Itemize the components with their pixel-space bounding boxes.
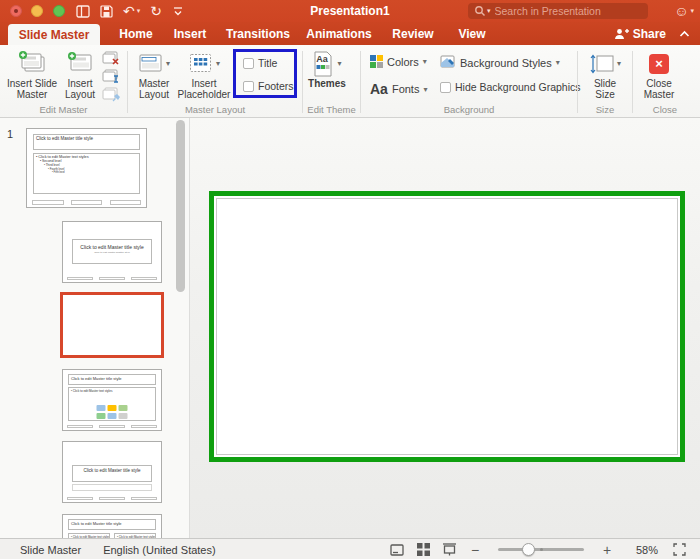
- feedback-caret-icon[interactable]: ▾: [690, 7, 694, 15]
- normal-view-icon[interactable]: [384, 539, 410, 559]
- colors-icon: [370, 55, 383, 68]
- slide-size-caret-icon: ▾: [617, 59, 621, 70]
- master-layout-icon: [138, 53, 164, 75]
- slide-size-button[interactable]: ▾ Slide Size: [582, 49, 628, 100]
- fonts-caret-icon: ▾: [423, 85, 427, 94]
- share-button[interactable]: Share: [614, 22, 666, 45]
- insert-layout-button[interactable]: Insert Layout: [60, 49, 100, 100]
- blue-annotation-box: Title Footers: [233, 49, 297, 98]
- thumbnail-selected-layout[interactable]: [60, 292, 164, 358]
- tab-slide-master[interactable]: Slide Master: [8, 24, 100, 45]
- zoom-slider-knob[interactable]: [522, 543, 535, 556]
- hide-background-graphics-checkbox[interactable]: [440, 82, 451, 93]
- thumbnail-title-and-content-layout[interactable]: Click to edit Master title style Click t…: [62, 369, 162, 431]
- group-label-background: Background: [361, 104, 577, 115]
- insert-placeholder-caret-icon: ▾: [216, 59, 220, 70]
- insert-slide-master-icon: [17, 49, 47, 79]
- thumbnail-slide-master[interactable]: Click to edit Master title style Click t…: [26, 128, 147, 208]
- undo-caret-icon[interactable]: ▾: [137, 7, 141, 15]
- colors-caret-icon: ▾: [423, 57, 427, 66]
- fonts-button[interactable]: Aa Fonts ▾: [370, 81, 427, 97]
- tab-insert[interactable]: Insert: [166, 22, 214, 45]
- close-window-button[interactable]: [10, 5, 22, 17]
- master-layout-caret-icon: ▾: [166, 59, 170, 70]
- undo-button[interactable]: ↶ ▾: [123, 0, 140, 22]
- zoom-out-button[interactable]: −: [462, 539, 488, 559]
- themes-button[interactable]: Aa ▾ Themes: [303, 49, 351, 90]
- group-label-edit-theme: Edit Theme: [303, 104, 360, 115]
- tab-home[interactable]: Home: [112, 22, 160, 45]
- powerpoint-window: ↶ ▾ ↻ Presentation1 ▾ ☺ ▾ Slide Master H…: [0, 0, 700, 559]
- toolbar-more-icon[interactable]: [172, 0, 184, 22]
- tab-review[interactable]: Review: [388, 22, 438, 45]
- new-slide-icon[interactable]: [76, 0, 90, 22]
- zoom-in-button[interactable]: +: [594, 539, 620, 559]
- preserve-master-icon[interactable]: [100, 86, 122, 102]
- background-styles-caret-icon: ▾: [556, 58, 560, 67]
- title-bar: ↶ ▾ ↻ Presentation1 ▾ ☺ ▾: [0, 0, 700, 22]
- status-bar: Slide Master English (United States) − +…: [0, 538, 700, 559]
- zoom-window-button[interactable]: [53, 5, 65, 17]
- ribbon-tabs: Slide Master Home Insert Transitions Ani…: [0, 22, 700, 45]
- slide-size-icon: [589, 53, 615, 75]
- title-checkbox-row[interactable]: Title: [243, 57, 277, 69]
- search-input[interactable]: [495, 5, 642, 17]
- search-icon: [474, 5, 486, 17]
- status-view-label[interactable]: Slide Master: [20, 544, 81, 556]
- fit-slide-to-window-icon[interactable]: [666, 539, 692, 559]
- thumbnail-scrollbar[interactable]: [176, 120, 185, 292]
- colors-button[interactable]: Colors ▾: [370, 55, 427, 68]
- svg-text:Aa: Aa: [317, 54, 329, 64]
- save-icon[interactable]: [100, 0, 113, 22]
- tab-transitions[interactable]: Transitions: [222, 22, 294, 45]
- slide-canvas[interactable]: [216, 198, 678, 455]
- slide-sorter-view-icon[interactable]: [410, 539, 436, 559]
- redo-button[interactable]: ↻: [150, 0, 162, 22]
- group-label-master-layout: Master Layout: [128, 104, 302, 115]
- zoom-percentage[interactable]: 58%: [620, 544, 658, 556]
- thumbnail-section-header-layout[interactable]: Click to edit Master title style: [62, 441, 162, 503]
- themes-caret-icon: ▾: [337, 59, 341, 70]
- zoom-slider[interactable]: [498, 548, 584, 551]
- content-placeholder-icons: [96, 405, 127, 419]
- close-master-button[interactable]: × Close Master: [636, 49, 682, 100]
- delete-slide-icon[interactable]: [100, 50, 122, 66]
- background-styles-button[interactable]: Background Styles ▾: [440, 55, 560, 70]
- search-scope-caret-icon[interactable]: ▾: [487, 7, 491, 15]
- minimize-window-button[interactable]: [31, 5, 43, 17]
- title-checkbox[interactable]: [243, 58, 254, 69]
- ribbon: Insert Slide Master Insert Layout Edit M…: [0, 45, 700, 118]
- group-label-size: Size: [578, 104, 632, 115]
- group-label-close: Close: [633, 104, 697, 115]
- insert-layout-icon: [66, 49, 94, 79]
- rename-slide-icon[interactable]: [100, 68, 122, 84]
- slide-thumbnail-panel: 1 Click to edit Master title style Click…: [0, 118, 190, 538]
- hide-background-graphics-row[interactable]: Hide Background Graphics: [440, 81, 580, 93]
- insert-slide-master-button[interactable]: Insert Slide Master: [4, 49, 60, 100]
- fonts-icon: Aa: [370, 81, 388, 97]
- footers-checkbox-row[interactable]: Footers: [243, 80, 294, 92]
- background-styles-icon: [440, 55, 456, 70]
- slideshow-view-icon[interactable]: [436, 539, 462, 559]
- thumbnail-title-slide-layout[interactable]: Click to edit Master title style Click t…: [62, 221, 162, 283]
- green-annotation-box: [209, 191, 685, 462]
- group-label-edit-master: Edit Master: [0, 104, 127, 115]
- slide-editing-area[interactable]: [190, 118, 700, 538]
- master-layout-button[interactable]: ▾ Master Layout: [131, 49, 177, 100]
- themes-icon: Aa: [312, 51, 334, 77]
- status-language[interactable]: English (United States): [103, 544, 216, 556]
- insert-placeholder-icon: [188, 53, 214, 75]
- slide-number: 1: [7, 128, 13, 140]
- tab-animations[interactable]: Animations: [302, 22, 376, 45]
- footers-checkbox[interactable]: [243, 81, 254, 92]
- close-master-icon: ×: [649, 54, 669, 74]
- search-box[interactable]: ▾: [468, 3, 648, 19]
- tab-view[interactable]: View: [452, 22, 492, 45]
- feedback-smiley-icon[interactable]: ☺: [674, 3, 688, 19]
- share-person-icon: [614, 28, 629, 40]
- quick-access-toolbar: ↶ ▾ ↻: [76, 0, 184, 22]
- thumbnail-two-content-layout[interactable]: Click to edit Master title style Click t…: [62, 514, 162, 538]
- insert-placeholder-button[interactable]: ▾ Insert Placeholder: [178, 49, 230, 100]
- collapse-ribbon-icon[interactable]: [679, 22, 690, 45]
